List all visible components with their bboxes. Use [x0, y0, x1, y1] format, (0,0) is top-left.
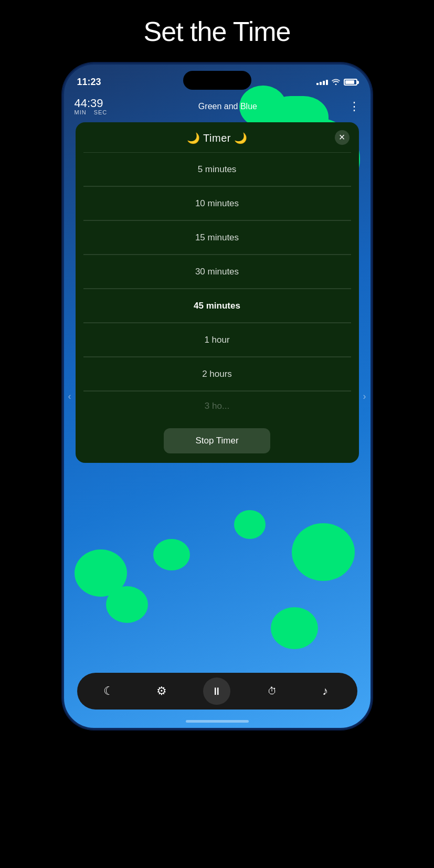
moon-left-icon: 🌙: [187, 132, 200, 144]
home-indicator: [186, 720, 249, 723]
timer-option-2hr[interactable]: 2 hours: [76, 357, 359, 391]
sleep-timer-nav-button[interactable]: ☾: [97, 680, 120, 703]
bg-blob-7: [153, 539, 190, 570]
partial-option-label: 3 ho...: [205, 401, 229, 411]
bg-blob-5: [106, 586, 148, 623]
bottom-navigation: ☾ ⚙ ⏸ ⏱ ♪: [77, 673, 357, 710]
modal-header: 🌙 Timer 🌙 ×: [76, 122, 359, 152]
modal-close-button[interactable]: ×: [335, 130, 350, 145]
timer-option-10min[interactable]: 10 minutes: [76, 187, 359, 220]
settings-nav-button[interactable]: ⚙: [150, 680, 173, 703]
sec-label: SEC: [94, 109, 108, 115]
page-wrapper: Set the Time 11:23: [0, 0, 434, 868]
prev-track-button[interactable]: ‹: [68, 391, 71, 402]
timer-display: 44:39 MIN SEC: [75, 98, 108, 115]
timer-value: 44:39: [75, 98, 108, 109]
page-title: Set the Time: [144, 16, 291, 47]
modal-footer: Stop Timer: [76, 421, 359, 463]
status-time: 11:23: [77, 77, 101, 88]
status-icons: [316, 78, 357, 87]
timer-option-1hr[interactable]: 1 hour: [76, 323, 359, 357]
timer-option-3hr-partial[interactable]: 3 ho...: [76, 391, 359, 421]
timer-option-5min[interactable]: 5 minutes: [76, 153, 359, 186]
speed-nav-icon: ⏱: [268, 686, 277, 697]
track-name: Green and Blue: [198, 102, 257, 111]
bg-blob-9: [234, 510, 266, 539]
wifi-icon: [331, 78, 341, 87]
battery-icon: [344, 79, 357, 86]
pause-nav-icon: ⏸: [211, 685, 222, 697]
music-nav-button[interactable]: ♪: [314, 680, 337, 703]
sleep-timer-nav-icon: ☾: [103, 684, 114, 698]
bg-blob-6: [292, 523, 355, 581]
speed-nav-button[interactable]: ⏱: [261, 680, 284, 703]
timer-option-30min[interactable]: 30 minutes: [76, 255, 359, 289]
next-track-button[interactable]: ›: [363, 391, 366, 402]
timer-option-15min[interactable]: 15 minutes: [76, 221, 359, 255]
more-options-button[interactable]: ⋮: [348, 100, 360, 113]
music-nav-icon: ♪: [322, 684, 328, 698]
settings-nav-icon: ⚙: [156, 684, 167, 698]
sub-header: 44:39 MIN SEC Green and Blue ⋮: [64, 93, 371, 120]
status-bar: 11:23: [64, 65, 371, 93]
dynamic-island: [183, 71, 251, 90]
timer-modal: 🌙 Timer 🌙 × 5 minutes 10 minutes 15 minu…: [76, 122, 359, 463]
play-pause-nav-button[interactable]: ⏸: [203, 678, 230, 705]
timer-options-list: 5 minutes 10 minutes 15 minutes 30 minut…: [76, 153, 359, 421]
timer-option-45min[interactable]: 45 minutes: [76, 289, 359, 323]
min-label: MIN: [75, 109, 87, 115]
stop-timer-button[interactable]: Stop Timer: [164, 428, 270, 453]
signal-dots-icon: [316, 80, 328, 85]
moon-right-icon: 🌙: [234, 132, 247, 144]
bg-blob-8: [271, 607, 318, 649]
modal-title: Timer: [203, 132, 231, 144]
phone-frame: 11:23: [62, 63, 372, 729]
timer-labels: MIN SEC: [75, 109, 108, 115]
